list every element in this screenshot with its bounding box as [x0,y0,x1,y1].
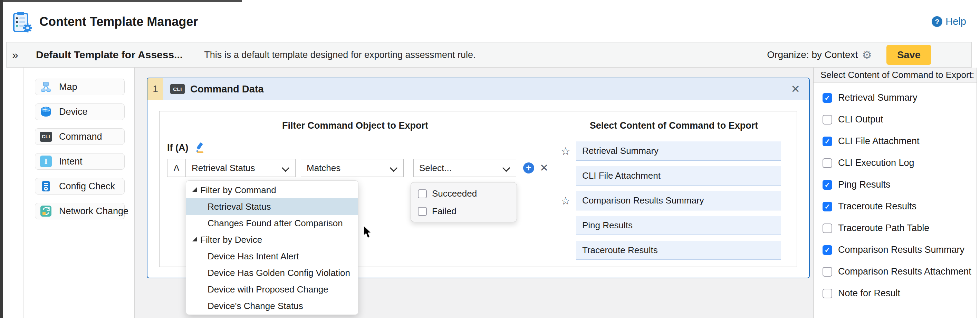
checkbox[interactable] [822,245,832,255]
export-option-cli-execution-log[interactable]: CLI Execution Log [813,152,977,174]
remove-condition-button[interactable]: ✕ [540,163,548,173]
config-check-icon [40,180,52,193]
device-icon [40,106,52,118]
sidebar-item-label: Map [59,82,77,92]
sidebar-item-intent[interactable]: I Intent [35,153,125,170]
content-select-section: Select Content of Command to Export ☆ Re… [551,111,797,267]
help-icon: ? [932,16,942,27]
checkbox[interactable] [822,136,832,146]
sidebar-item-device[interactable]: Device [35,103,125,120]
filter-value-menu: Succeeded Failed [410,182,517,222]
export-option-cli-output[interactable]: CLI Output [813,109,977,130]
checkbox[interactable] [822,223,832,233]
content-row: ☆ Ping Results [561,216,781,235]
export-option-traceroute-path-table[interactable]: Traceroute Path Table [813,217,977,239]
star-icon[interactable]: ☆ [561,145,576,158]
content-row: ☆ Comparison Results Summary [561,191,781,210]
sidebar-item-label: Intent [59,156,83,167]
help-label: Help [945,16,966,27]
checkbox[interactable] [822,93,832,103]
sidebar-item-label: Network Change [59,206,129,217]
save-button[interactable]: Save [886,45,931,65]
export-option-comparison-results-summary[interactable]: Comparison Results Summary [813,239,977,261]
organize-settings-gear-icon[interactable]: ⚙ [862,49,872,60]
content-row: ☆ CLI File Attachment [561,166,781,185]
app-header: Content Template Manager ? Help [3,2,980,41]
cli-icon: CLI [40,130,52,143]
chevron-down-icon [390,164,398,172]
sidebar-item-network-change[interactable]: Network Change [35,203,125,219]
tree-expanded-icon [192,237,197,241]
template-toolbar: » Default Template for Assess... This is… [6,42,972,68]
template-name: Default Template for Assess... [36,49,183,61]
window-left-edge [0,0,3,318]
help-link[interactable]: ? Help [932,16,966,27]
sidebar-item-label: Device [59,107,88,117]
menu-group-filter-by-command[interactable]: Filter by Command [186,182,358,198]
checkbox[interactable] [822,202,832,211]
export-option-comparison-results-attachment[interactable]: Comparison Results Attachment [813,261,977,282]
chevron-down-icon [282,164,290,172]
menu-item-retrieval-status[interactable]: Retrieval Status [186,198,358,215]
card-title: Command Data [190,84,264,95]
export-option-traceroute-results[interactable]: Traceroute Results [813,196,977,217]
checkbox[interactable] [822,289,832,298]
mouse-cursor [363,225,372,239]
filter-field-dropdown[interactable]: Retrieval Status [186,159,296,177]
export-content-panel-title: Select Content of Command to Export: [813,68,977,83]
collapse-sidebar-button[interactable]: » [6,43,24,67]
content-item[interactable]: Comparison Results Summary [576,191,781,210]
content-row: ☆ Retrieval Summary [561,141,781,161]
export-option-retrieval-summary[interactable]: Retrieval Summary [813,87,977,109]
condition-expression-label: If (A) [167,142,188,153]
add-condition-button[interactable]: + [523,163,534,174]
filter-section: Filter Command Object to Export If (A) A… [159,111,551,267]
card-index-badge: 1 [148,78,163,100]
condition-row: A Retrieval Status Matches Select... [167,159,548,177]
context-sidebar: Map Device CLI Command I Intent [24,68,135,318]
content-item[interactable]: Ping Results [576,216,781,235]
star-icon[interactable]: ☆ [561,195,576,207]
command-data-card: 1 CLI Command Data ✕ Filter Command Obje… [147,78,810,278]
menu-item-device-golden-config[interactable]: Device Has Golden Config Violation [186,264,358,281]
checkbox[interactable] [822,180,832,190]
checkbox[interactable] [822,267,832,277]
sidebar-item-label: Command [59,131,102,142]
export-content-options: Retrieval Summary CLI Output CLI File At… [813,83,977,304]
menu-item-changes-found[interactable]: Changes Found after Comparison [186,215,358,231]
close-icon[interactable]: ✕ [791,84,800,95]
checkbox[interactable] [418,207,427,216]
checkbox[interactable] [822,115,832,125]
export-option-cli-file-attachment[interactable]: CLI File Attachment [813,130,977,152]
value-option-succeeded[interactable]: Succeeded [411,185,517,203]
filter-section-title: Filter Command Object to Export [159,120,551,131]
content-item[interactable]: Traceroute Results [576,241,781,260]
chevron-down-icon [503,164,511,172]
template-canvas: 1 CLI Command Data ✕ Filter Command Obje… [135,68,813,318]
filter-value-dropdown[interactable]: Select... [413,159,516,177]
sidebar-item-command[interactable]: CLI Command [35,128,125,145]
edit-condition-pencil-icon[interactable] [194,142,205,153]
checkbox[interactable] [418,189,427,198]
sidebar-item-config-check[interactable]: Config Check [35,178,125,195]
checkbox[interactable] [822,158,832,168]
export-option-ping-results[interactable]: Ping Results [813,174,977,196]
menu-item-device-proposed-change[interactable]: Device with Proposed Change [186,281,358,297]
value-option-failed[interactable]: Failed [411,203,517,220]
menu-item-device-intent-alert[interactable]: Device Has Intent Alert [186,248,358,264]
network-change-icon [40,205,52,217]
content-item[interactable]: Retrieval Summary [576,141,781,161]
menu-item-device-change-status[interactable]: Device's Change Status [186,297,358,314]
filter-operator-dropdown[interactable]: Matches [301,159,404,177]
export-option-note-for-result[interactable]: Note for Result [813,282,977,304]
page-title: Content Template Manager [39,14,198,29]
filter-operator-value: Matches [307,163,340,174]
menu-group-filter-by-device[interactable]: Filter by Device [186,231,358,248]
export-content-panel: Select Content of Command to Export: Ret… [813,68,977,318]
template-description: This is a default template designed for … [204,50,476,60]
content-template-manager-window: Content Template Manager ? Help » Defaul… [0,0,980,318]
content-item[interactable]: CLI File Attachment [576,166,781,185]
cli-badge: CLI [170,84,185,94]
sidebar-item-map[interactable]: Map [35,79,125,95]
intent-icon: I [40,155,52,168]
